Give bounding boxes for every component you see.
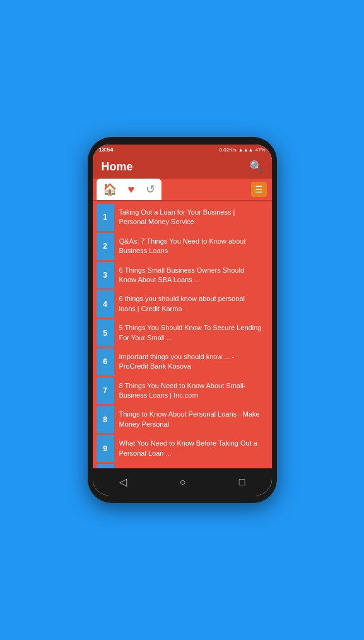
list-item-text: Q&As: 7 Things You Need to Know about Bu… (114, 233, 268, 260)
list-item[interactable]: 6Important things you should know ... - … (97, 348, 268, 376)
list-item-number: 3 (97, 262, 114, 289)
list-item-text: 6 things you should know about personal … (114, 290, 268, 317)
list-item-text: Important things you should know ... - P… (114, 348, 268, 376)
tab-heart-icon[interactable]: ♥ (126, 182, 138, 198)
list-item-text: 8 Things You Need to Know About Small-Bu… (114, 377, 268, 405)
list-item-number: 6 (97, 348, 114, 376)
status-bar: 13:54 0,02K/s ▲▲▲ 47% (93, 145, 272, 155)
list-item-text: Taking Out a Loan for Your Business | Pe… (114, 204, 268, 231)
tab-group: 🏠 ♥ ↺ (97, 179, 162, 200)
list-item[interactable]: 1Taking Out a Loan for Your Business | P… (97, 204, 268, 231)
tab-home-icon[interactable]: 🏠 (100, 181, 119, 198)
list-item-number: 7 (97, 377, 114, 405)
article-list: 1Taking Out a Loan for Your Business | P… (93, 201, 272, 468)
list-item[interactable]: 2Q&As: 7 Things You Need to Know about B… (97, 233, 268, 260)
list-item[interactable]: 9What You Need to Know Before Taking Out… (97, 435, 268, 462)
list-item-text: Things to Know About Personal Loans - Ma… (114, 406, 268, 433)
app-header: Home 🔍 (93, 155, 272, 179)
list-item-text: 6 Things Small Business Owners Should Kn… (114, 262, 268, 289)
navigation-bar: ◁ ○ □ (93, 468, 272, 495)
battery-label: 47% (255, 147, 265, 153)
list-item[interactable]: 46 things you should know about personal… (97, 290, 268, 317)
list-item-text: What You Need to Know Before Taking Out … (114, 435, 268, 462)
list-item-number: 1 (97, 204, 114, 231)
page-title: Home (102, 160, 133, 174)
nav-menu-button[interactable]: □ (232, 474, 253, 490)
list-item-number: 10 (97, 464, 114, 468)
tab-menu-button[interactable]: ☰ (251, 182, 267, 197)
search-button[interactable]: 🔍 (249, 160, 263, 174)
list-item-number: 2 (97, 233, 114, 260)
phone-screen: 13:54 0,02K/s ▲▲▲ 47% Home 🔍 🏠 ♥ ↺ ☰ 1Ta… (93, 145, 272, 495)
tab-history-icon[interactable]: ↺ (143, 181, 158, 198)
list-item-number: 8 (97, 406, 114, 433)
phone-device: 13:54 0,02K/s ▲▲▲ 47% Home 🔍 🏠 ♥ ↺ ☰ 1Ta… (88, 137, 277, 503)
list-item[interactable]: 78 Things You Need to Know About Small-B… (97, 377, 268, 405)
list-item-text: 4 Things Every Business Owner Should Kno… (114, 464, 268, 468)
list-item-number: 4 (97, 290, 114, 317)
signal-icon: ▲▲▲ (238, 147, 254, 153)
list-item-number: 9 (97, 435, 114, 462)
tab-bar: 🏠 ♥ ↺ ☰ (93, 179, 272, 201)
list-item[interactable]: 104 Things Every Business Owner Should K… (97, 464, 268, 468)
list-item[interactable]: 36 Things Small Business Owners Should K… (97, 262, 268, 289)
list-item[interactable]: 55 Things You Should Know To Secure Lend… (97, 319, 268, 347)
nav-back-button[interactable]: ◁ (112, 473, 134, 490)
list-item-number: 5 (97, 319, 114, 347)
status-right: 0,02K/s ▲▲▲ 47% (220, 147, 266, 153)
nav-home-button[interactable]: ○ (172, 474, 194, 490)
list-item-text: 5 Things You Should Know To Secure Lendi… (114, 319, 268, 347)
list-item[interactable]: 8Things to Know About Personal Loans - M… (97, 406, 268, 433)
network-speed: 0,02K/s (220, 147, 237, 153)
status-time: 13:54 (99, 146, 114, 153)
